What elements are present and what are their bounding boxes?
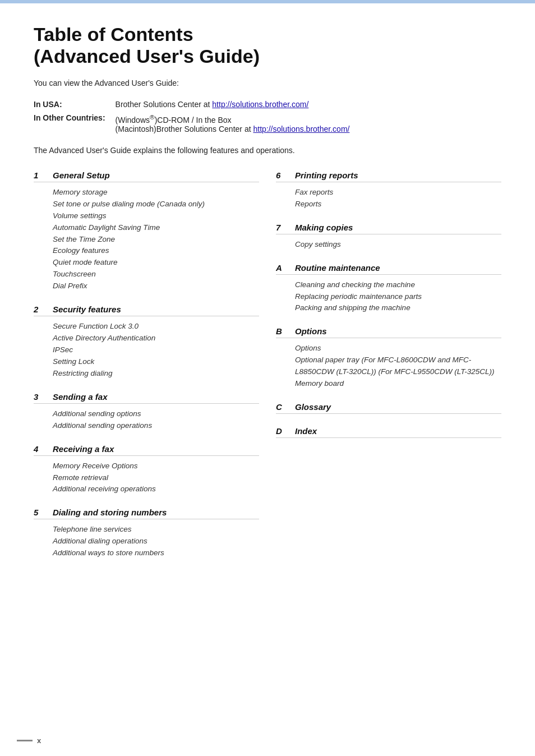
other-value: (Windows®)CD-ROM / In the Box (Macintosh…	[116, 111, 360, 136]
toc-section-7: 7Making copiesCopy settings	[276, 223, 501, 251]
explains-text: The Advanced User's Guide explains the f…	[34, 146, 501, 155]
section-title: Printing reports	[295, 170, 358, 180]
list-item: Restricting dialing	[53, 368, 259, 380]
list-item: Memory board	[295, 378, 501, 390]
list-item: Set tone or pulse dialing mode (Canada o…	[53, 199, 259, 210]
section-header-7: 7Making copies	[276, 223, 501, 234]
section-number: D	[276, 426, 288, 436]
page-footer: x	[17, 736, 41, 745]
list-item: Memory Receive Options	[53, 460, 259, 472]
section-title: Security features	[53, 305, 121, 314]
list-item: Additional ways to store numbers	[53, 547, 259, 559]
list-item: Remote retrieval	[53, 472, 259, 484]
section-number: 1	[34, 170, 46, 180]
usa-label: In USA:	[34, 98, 116, 111]
other-link[interactable]: http://solutions.brother.com/	[253, 125, 349, 133]
section-number: C	[276, 402, 288, 412]
list-item: Replacing periodic maintenance parts	[295, 291, 501, 303]
list-item: Ecology features	[53, 245, 259, 257]
page-title: Table of Contents (Advanced User's Guide…	[34, 24, 501, 67]
section-title: Glossary	[295, 402, 331, 412]
section-title: Sending a fax	[53, 392, 108, 402]
list-item: Additional receiving operations	[53, 483, 259, 495]
list-item: Set the Time Zone	[53, 234, 259, 246]
toc-section-2: 2Security featuresSecure Function Lock 3…	[34, 305, 259, 380]
location-row-other: In Other Countries: (Windows®)CD-ROM / I…	[34, 111, 359, 136]
section-number: 7	[276, 223, 288, 232]
toc-section-3: 3Sending a faxAdditional sending options…	[34, 392, 259, 432]
toc-section-5: 5Dialing and storing numbersTelephone li…	[34, 508, 259, 559]
footer-bar	[17, 740, 33, 741]
section-title: Routine maintenance	[295, 263, 380, 273]
list-item: Dial Prefix	[53, 280, 259, 292]
toc-section-b: BOptionsOptionsOptional paper tray (For …	[276, 326, 501, 390]
list-item: Cleaning and checking the machine	[295, 279, 501, 291]
section-number: 3	[34, 392, 46, 402]
toc-section-4: 4Receiving a faxMemory Receive OptionsRe…	[34, 444, 259, 496]
section-number: A	[276, 263, 288, 273]
section-header-d: DIndex	[276, 426, 501, 438]
toc-columns: 1General SetupMemory storageSet tone or …	[34, 170, 501, 571]
toc-section-d: DIndex	[276, 426, 501, 438]
list-item: Reports	[295, 199, 501, 210]
list-item: Packing and shipping the machine	[295, 302, 501, 314]
list-item: IPSec	[53, 344, 259, 356]
other-label: In Other Countries:	[34, 111, 116, 136]
list-item: Automatic Daylight Saving Time	[53, 222, 259, 234]
list-item: Optional paper tray (For MFC-L8600CDW an…	[295, 354, 501, 378]
section-number: 2	[34, 305, 46, 314]
toc-right-column: 6Printing reportsFax reportsReports7Maki…	[276, 170, 501, 571]
section-header-a: ARoutine maintenance	[276, 263, 501, 275]
list-item: Additional sending operations	[53, 420, 259, 432]
list-item: Quiet mode feature	[53, 257, 259, 269]
section-header-6: 6Printing reports	[276, 170, 501, 182]
section-title: Dialing and storing numbers	[53, 508, 167, 517]
section-title: Making copies	[295, 223, 353, 232]
section-header-3: 3Sending a fax	[34, 392, 259, 404]
section-header-4: 4Receiving a fax	[34, 444, 259, 456]
list-item: Setting Lock	[53, 356, 259, 368]
usa-value: Brother Solutions Center at http://solut…	[116, 98, 360, 111]
section-title: Options	[295, 326, 327, 336]
list-item: Active Directory Authentication	[53, 333, 259, 344]
section-header-c: CGlossary	[276, 402, 501, 414]
location-table: In USA: Brother Solutions Center at http…	[34, 98, 359, 136]
toc-section-c: CGlossary	[276, 402, 501, 414]
list-item: Volume settings	[53, 210, 259, 222]
list-item: Fax reports	[295, 187, 501, 199]
toc-section-1: 1General SetupMemory storageSet tone or …	[34, 170, 259, 292]
list-item: Telephone line services	[53, 524, 259, 536]
list-item: Touchscreen	[53, 269, 259, 280]
section-header-5: 5Dialing and storing numbers	[34, 508, 259, 519]
list-item: Options	[295, 343, 501, 354]
list-item: Additional sending options	[53, 408, 259, 420]
location-row-usa: In USA: Brother Solutions Center at http…	[34, 98, 359, 111]
section-title: Receiving a fax	[53, 444, 114, 454]
section-title: Index	[295, 426, 317, 436]
section-header-1: 1General Setup	[34, 170, 259, 182]
list-item: Additional dialing operations	[53, 536, 259, 547]
section-number: 5	[34, 508, 46, 517]
toc-section-a: ARoutine maintenanceCleaning and checkin…	[276, 263, 501, 315]
section-header-b: BOptions	[276, 326, 501, 338]
intro-text: You can view the Advanced User's Guide:	[34, 79, 501, 87]
toc-section-6: 6Printing reportsFax reportsReports	[276, 170, 501, 210]
list-item: Memory storage	[53, 187, 259, 199]
section-number: B	[276, 326, 288, 336]
section-header-2: 2Security features	[34, 305, 259, 316]
toc-left-column: 1General SetupMemory storageSet tone or …	[34, 170, 276, 571]
section-number: 6	[276, 170, 288, 180]
section-title: General Setup	[53, 170, 110, 180]
page-number: x	[37, 736, 41, 745]
usa-link[interactable]: http://solutions.brother.com/	[212, 100, 308, 109]
list-item: Secure Function Lock 3.0	[53, 321, 259, 333]
list-item: Copy settings	[295, 239, 501, 251]
section-number: 4	[34, 444, 46, 454]
